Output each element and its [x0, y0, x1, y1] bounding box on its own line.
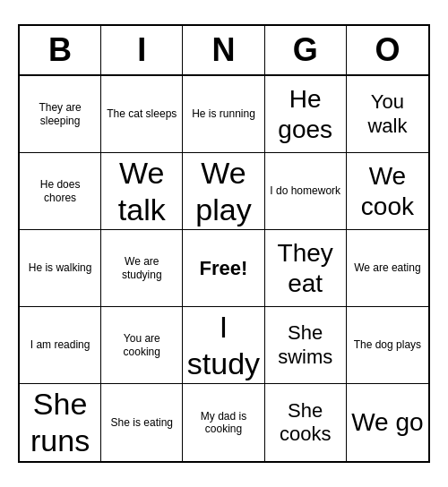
header-letter: O	[347, 26, 428, 74]
cell-text: He is walking	[29, 261, 92, 274]
cell-text: The dog plays	[354, 338, 421, 351]
bingo-cell[interactable]: She swims	[265, 307, 347, 384]
cell-text: My dad is cooking	[186, 410, 260, 436]
bingo-cell[interactable]: They are sleeping	[20, 76, 101, 153]
cell-text: I am reading	[30, 338, 90, 351]
header-letter: N	[183, 26, 264, 74]
bingo-header: BINGO	[20, 26, 428, 76]
bingo-cell[interactable]: She cooks	[265, 384, 347, 461]
bingo-cell[interactable]: She is eating	[101, 384, 183, 461]
bingo-cell[interactable]: He goes	[265, 76, 347, 153]
bingo-cell[interactable]: My dad is cooking	[183, 384, 264, 461]
bingo-cell[interactable]: I do homework	[265, 153, 347, 230]
cell-text: The cat sleeps	[107, 107, 177, 120]
bingo-cell[interactable]: They eat	[265, 230, 347, 307]
cell-text: We are eating	[354, 261, 421, 274]
cell-text: They eat	[269, 238, 342, 298]
bingo-cell[interactable]: We talk	[101, 153, 183, 230]
cell-text: He does chores	[23, 178, 97, 204]
bingo-cell[interactable]: You are cooking	[101, 307, 183, 384]
cell-text: We go	[351, 407, 423, 438]
bingo-cell[interactable]: The dog plays	[347, 307, 428, 384]
cell-text: I do homework	[270, 184, 340, 197]
bingo-cell[interactable]: Free!	[183, 230, 264, 307]
bingo-cell[interactable]: We are eating	[347, 230, 428, 307]
cell-text: I study	[186, 309, 260, 382]
cell-text: She swims	[269, 321, 342, 369]
cell-text: We are studying	[105, 255, 178, 281]
cell-text: We play	[186, 155, 260, 228]
bingo-cell[interactable]: We play	[183, 153, 264, 230]
cell-text: She runs	[23, 386, 97, 459]
header-letter: B	[20, 26, 101, 74]
header-letter: I	[101, 26, 183, 74]
bingo-cell[interactable]: She runs	[20, 384, 101, 461]
bingo-cell[interactable]: We cook	[347, 153, 428, 230]
bingo-cell[interactable]: I study	[183, 307, 264, 384]
cell-text: She is eating	[111, 416, 173, 429]
cell-text: They are sleeping	[23, 101, 97, 127]
cell-text: He goes	[269, 84, 342, 144]
bingo-cell[interactable]: The cat sleeps	[101, 76, 183, 153]
bingo-card: BINGO They are sleepingThe cat sleepsHe …	[18, 24, 430, 463]
cell-text: You are cooking	[105, 332, 178, 358]
bingo-cell[interactable]: He is running	[183, 76, 264, 153]
bingo-cell[interactable]: He is walking	[20, 230, 101, 307]
header-letter: G	[265, 26, 347, 74]
bingo-cell[interactable]: We are studying	[101, 230, 183, 307]
cell-text: You walk	[350, 90, 425, 138]
cell-text: She cooks	[269, 399, 342, 447]
bingo-cell[interactable]: I am reading	[20, 307, 101, 384]
bingo-cell[interactable]: He does chores	[20, 153, 101, 230]
cell-text: We talk	[105, 155, 178, 228]
bingo-cell[interactable]: We go	[347, 384, 428, 461]
cell-text: We cook	[350, 161, 425, 221]
cell-text: He is running	[192, 107, 255, 120]
bingo-grid: They are sleepingThe cat sleepsHe is run…	[20, 76, 428, 461]
cell-text: Free!	[200, 257, 248, 280]
bingo-cell[interactable]: You walk	[347, 76, 428, 153]
